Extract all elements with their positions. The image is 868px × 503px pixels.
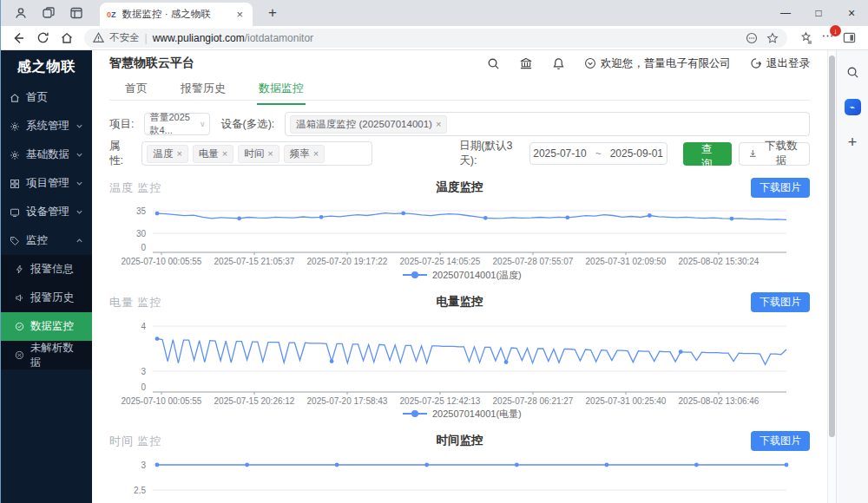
svg-text:0: 0 <box>141 243 146 252</box>
browser-menu-icon[interactable]: ↓ <box>821 29 834 46</box>
security-label[interactable]: 不安全 <box>109 31 140 44</box>
bell-icon[interactable] <box>552 57 565 70</box>
workspaces-icon[interactable] <box>37 2 60 24</box>
tag-remove-icon[interactable]: × <box>313 148 319 159</box>
shield-check-icon <box>15 322 24 331</box>
chart-title: 时间监控 <box>109 433 810 448</box>
platform-title: 智慧物联云平台 <box>109 56 194 71</box>
download-image-button[interactable]: 下载图片 <box>751 292 810 312</box>
window-minimize-button[interactable]: — <box>769 0 802 26</box>
svg-text:2025-07-31 02:09:50: 2025-07-31 02:09:50 <box>586 257 667 266</box>
logout-button[interactable]: 退出登录 <box>750 56 810 71</box>
svg-text:202507014001(温度): 202507014001(温度) <box>432 270 522 280</box>
update-badge: ↓ <box>830 25 841 36</box>
temperature-chart-canvas: 353002025-07-10 00:05:552025-07-15 21:05… <box>109 202 810 280</box>
browser-window: 0Z 数据监控 · 感之物联 × + — □ × 不安全 | www.pulia… <box>0 0 868 503</box>
search-icon[interactable] <box>487 57 500 70</box>
tab-home[interactable]: 首页 <box>123 76 149 103</box>
chart-section-battery: 电量 监控 电量监控 下载图片 4302025-07-10 00:05:5520… <box>109 292 810 419</box>
bank-icon[interactable] <box>519 57 533 70</box>
circle-slash-icon <box>15 350 24 360</box>
sidebar-item-alarm-history[interactable]: 报警历史 <box>1 284 92 312</box>
sidebar-search-icon[interactable] <box>843 62 862 82</box>
date-range-picker[interactable]: 2025-07-10 ~ 2025-09-01 <box>529 142 667 165</box>
new-tab-button[interactable]: + <box>263 4 282 22</box>
tag-remove-icon[interactable]: × <box>176 148 181 159</box>
back-icon[interactable] <box>8 28 29 49</box>
svg-text:35: 35 <box>136 206 147 216</box>
browser-tab-strip: 0Z 数据监控 · 感之物联 × + — □ × <box>1 0 868 26</box>
device-multiselect[interactable]: 温箱温度监控 (202507014001) × <box>285 112 810 136</box>
tag-remove-icon[interactable]: × <box>436 119 441 129</box>
favorite-star-icon[interactable] <box>766 32 779 44</box>
tab-close-icon[interactable]: × <box>233 7 246 22</box>
window-maximize-button[interactable]: □ <box>802 0 835 26</box>
svg-text:2025-08-02 15:30:24: 2025-08-02 15:30:24 <box>679 257 760 266</box>
page-scrollbar[interactable] <box>827 50 836 503</box>
date-end: 2025-09-01 <box>610 147 663 160</box>
split-screen-icon[interactable] <box>843 31 856 44</box>
download-data-button[interactable]: 下载数据 <box>739 142 810 166</box>
tag-remove-icon[interactable]: × <box>222 148 227 159</box>
sidebar-item-unparsed-data[interactable]: 未解析数据 <box>1 341 92 369</box>
sidebar-item-system[interactable]: 系统管理 <box>1 112 92 140</box>
svg-text:3: 3 <box>141 367 146 376</box>
page-tabs: 首页 报警历史 数据监控 <box>109 76 810 101</box>
chart-section-temperature: 温度 监控 温度监控 下载图片 353002025-07-10 00:05:55… <box>109 178 810 280</box>
app-root: 感之物联 首页 系统管理 基础数据 项目管理 设 <box>1 50 868 503</box>
suggestion-icon[interactable] <box>746 32 758 44</box>
collections-icon[interactable] <box>799 31 812 44</box>
toolbar-right: ↓ <box>794 29 861 46</box>
sidebar-item-basedata[interactable]: 基础数据 <box>1 140 92 169</box>
date-label: 日期(默认3天): <box>459 139 522 168</box>
home-icon[interactable] <box>56 28 77 49</box>
tab-actions-icon[interactable] <box>65 2 88 24</box>
chart-title: 温度监控 <box>109 180 810 195</box>
grid-icon <box>10 179 20 189</box>
divider: | <box>145 32 148 44</box>
gear-icon <box>10 150 20 160</box>
attribute-multiselect[interactable]: 温度× 电量× 时间× 频率× <box>141 141 372 166</box>
svg-text:0: 0 <box>141 382 146 392</box>
app-logo: 感之物联 <box>1 50 92 83</box>
copilot-icon[interactable]: ⌁ <box>845 99 861 115</box>
tab-data-monitor[interactable]: 数据监控 <box>257 76 306 105</box>
svg-text:2025-07-15 21:05:37: 2025-07-15 21:05:37 <box>214 257 295 266</box>
date-start: 2025-07-10 <box>533 147 586 160</box>
chevron-up-icon <box>76 237 83 245</box>
address-bar[interactable]: 不安全 | www.puliangiot.com/iotdatamonitor <box>84 29 787 48</box>
profile-icon[interactable] <box>10 2 32 24</box>
sidebar-item-data-monitor[interactable]: 数据监控 <box>1 312 92 341</box>
battery-chart-canvas: 4302025-07-10 00:05:552025-07-15 20:26:1… <box>109 317 810 419</box>
project-select[interactable]: 普量2025款4... ∨ <box>144 113 210 135</box>
user-menu[interactable]: 欢迎您，普量电子有限公司 <box>584 56 731 71</box>
query-button[interactable]: 查 询 <box>683 142 733 166</box>
browser-tab[interactable]: 0Z 数据监控 · 感之物联 × <box>100 3 253 26</box>
svg-text:3: 3 <box>141 461 146 470</box>
attr-tag-frequency: 频率× <box>284 145 325 163</box>
svg-text:202507014001(电量): 202507014001(电量) <box>432 408 522 419</box>
svg-text:2025-07-31 00:25:40: 2025-07-31 00:25:40 <box>586 396 667 406</box>
sidebar-item-devices[interactable]: 设备管理 <box>1 198 92 226</box>
refresh-icon[interactable] <box>32 28 53 49</box>
monitor-submenu: 报警信息 报警历史 数据监控 未解析数据 <box>1 255 92 369</box>
attr-tag-battery: 电量× <box>193 145 233 163</box>
sidebar-item-monitor[interactable]: 监控 <box>1 226 92 255</box>
tab-alarm-history[interactable]: 报警历史 <box>179 76 227 103</box>
window-close-button[interactable]: × <box>835 0 868 26</box>
app-sidebar: 感之物联 首页 系统管理 基础数据 项目管理 设 <box>1 50 92 503</box>
chevron-down-icon <box>76 151 83 159</box>
scrollbar-thumb[interactable] <box>829 56 835 437</box>
tag-remove-icon[interactable]: × <box>267 148 273 159</box>
attr-tag-time: 时间× <box>238 145 279 163</box>
filter-panel: 项目: 普量2025款4... ∨ 设备(多选): 温箱温度监控 (202507… <box>109 112 810 166</box>
sidebar-item-projects[interactable]: 项目管理 <box>1 169 92 198</box>
sidebar-item-alarm-info[interactable]: 报警信息 <box>1 255 92 284</box>
download-image-button[interactable]: 下载图片 <box>751 178 810 198</box>
download-image-button[interactable]: 下载图片 <box>751 431 810 451</box>
svg-text:2025-07-10 00:05:55: 2025-07-10 00:05:55 <box>122 257 202 266</box>
sidebar-item-home[interactable]: 首页 <box>1 83 92 112</box>
speaker-icon <box>15 293 24 303</box>
url-text[interactable]: www.puliangiot.com/iotdatamonitor <box>153 32 313 44</box>
add-sidebar-item-icon[interactable]: + <box>843 133 862 152</box>
